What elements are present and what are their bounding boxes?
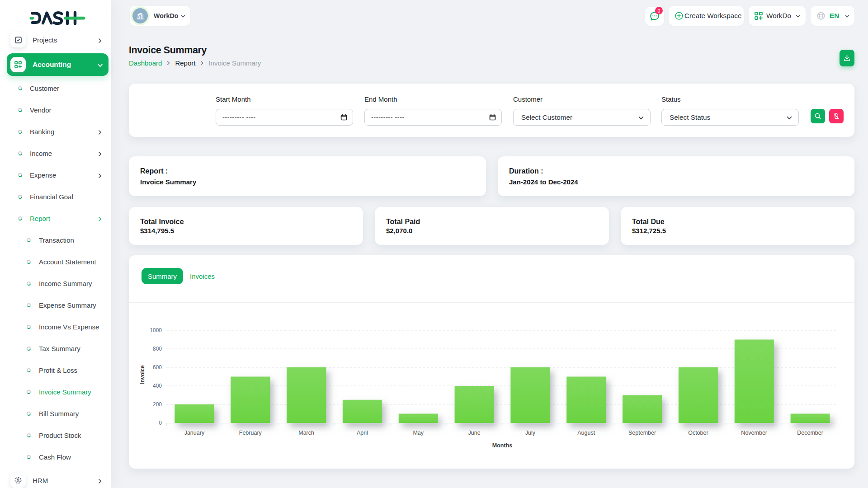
- svg-text:March: March: [298, 430, 314, 436]
- svg-text:November: November: [741, 430, 767, 436]
- svg-text:April: April: [357, 430, 368, 436]
- svg-text:August: August: [577, 430, 595, 436]
- svg-text:October: October: [688, 430, 708, 436]
- svg-text:0: 0: [159, 420, 162, 426]
- svg-text:200: 200: [153, 401, 162, 408]
- svg-text:December: December: [797, 430, 823, 436]
- svg-text:September: September: [628, 430, 656, 436]
- svg-text:June: June: [468, 430, 481, 436]
- svg-text:Months: Months: [492, 442, 512, 449]
- svg-text:May: May: [413, 430, 424, 436]
- svg-text:600: 600: [153, 364, 162, 371]
- svg-text:800: 800: [153, 346, 162, 352]
- svg-text:1000: 1000: [150, 327, 162, 333]
- svg-text:February: February: [239, 430, 262, 436]
- svg-text:Invoice: Invoice: [139, 365, 146, 384]
- svg-text:400: 400: [153, 383, 162, 389]
- svg-text:July: July: [525, 430, 536, 436]
- svg-text:January: January: [184, 430, 205, 436]
